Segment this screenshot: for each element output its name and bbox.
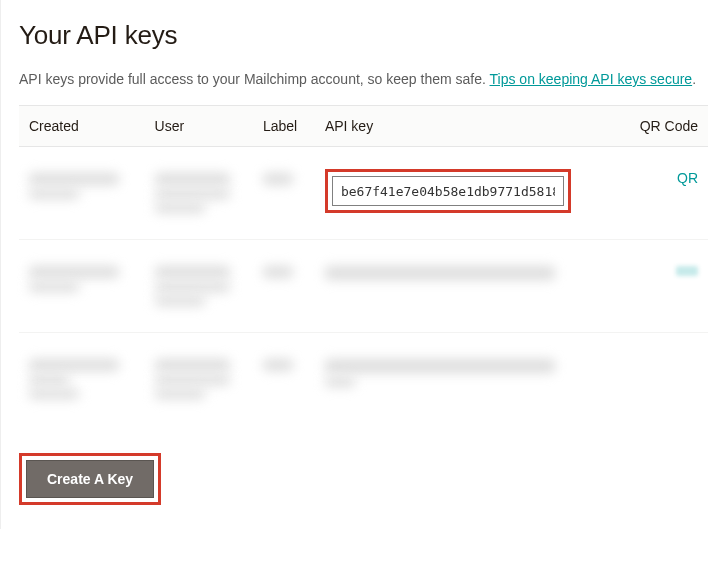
redacted-text [155,359,230,371]
table-row [19,240,708,333]
table-row: QR [19,147,708,240]
intro-post: . [692,71,696,87]
cell-qr: QR [619,147,708,240]
redacted-text [155,203,205,213]
col-user: User [145,106,253,147]
api-keys-table: Created User Label API key QR Code [19,105,708,425]
cell-label [253,240,315,333]
api-key-highlight [325,169,571,213]
redacted-text [155,189,230,199]
cell-qr [619,333,708,426]
cell-api-key [315,333,619,426]
redacted-qr [676,266,698,276]
redacted-text [325,377,355,387]
cell-user [145,240,253,333]
col-created: Created [19,106,145,147]
redacted-text [155,266,230,278]
intro-text: API keys provide full access to your Mai… [19,69,708,89]
cell-label [253,333,315,426]
redacted-text [325,266,555,280]
col-api-key: API key [315,106,619,147]
redacted-text [155,375,230,385]
table-row [19,333,708,426]
redacted-text [155,296,205,306]
redacted-text [155,389,205,399]
redacted-text [29,359,119,371]
cell-created [19,333,145,426]
redacted-text [29,389,79,399]
redacted-text [263,359,293,371]
col-qr: QR Code [619,106,708,147]
redacted-text [29,173,119,185]
cell-user [145,333,253,426]
redacted-text [263,173,293,185]
cell-created [19,147,145,240]
redacted-text [29,375,69,385]
qr-link[interactable]: QR [677,170,698,186]
redacted-text [29,266,119,278]
api-key-input[interactable] [332,176,564,206]
redacted-text [155,173,230,185]
table-header-row: Created User Label API key QR Code [19,106,708,147]
cell-label [253,147,315,240]
cell-qr [619,240,708,333]
cell-created [19,240,145,333]
create-row: Create A Key [19,453,708,505]
api-keys-page: Your API keys API keys provide full acce… [0,0,726,529]
redacted-text [325,359,555,373]
tips-link[interactable]: Tips on keeping API keys secure [490,71,693,87]
redacted-text [155,282,230,292]
cell-user [145,147,253,240]
col-label: Label [253,106,315,147]
redacted-text [29,189,79,199]
create-highlight: Create A Key [19,453,161,505]
redacted-text [263,266,293,278]
redacted-text [29,282,79,292]
page-title: Your API keys [19,20,708,51]
cell-api-key [315,147,619,240]
intro-pre: API keys provide full access to your Mai… [19,71,490,87]
cell-api-key [315,240,619,333]
create-key-button[interactable]: Create A Key [26,460,154,498]
